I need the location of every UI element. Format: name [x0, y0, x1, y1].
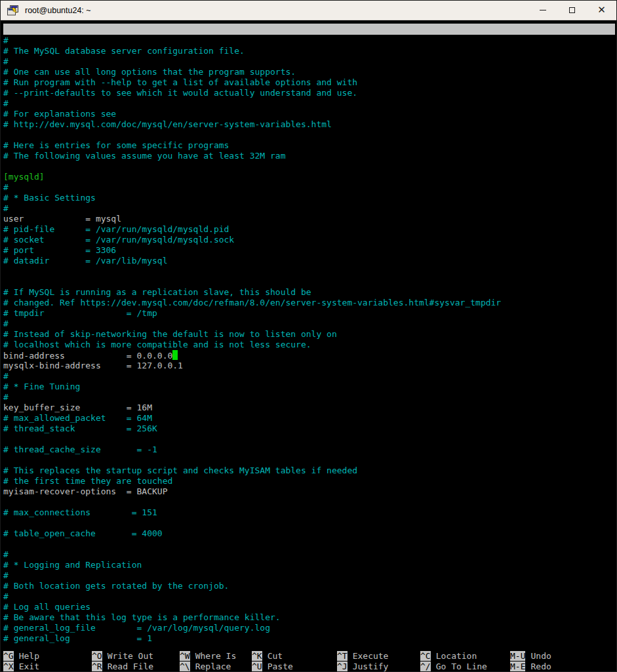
editor-line: myisam-recover-options = BACKUP — [3, 486, 617, 497]
shortcut-key: ^W — [180, 651, 190, 661]
nano-shortcut-read-file: ^RRead File — [92, 662, 153, 672]
putty-icon — [7, 5, 19, 16]
nano-shortcut-cut: ^KCut — [252, 651, 283, 662]
editor-line: bind-address = 0.0.0.0 — [3, 350, 617, 361]
shortcut-label: Go To Line — [436, 662, 487, 671]
editor-line: user = mysql — [3, 214, 617, 224]
shortcut-key: ^\ — [180, 662, 190, 671]
shortcut-key: ^U — [252, 662, 262, 671]
shortcut-label: Help — [19, 651, 39, 661]
editor-line: # max_allowed_packet = 64M — [3, 413, 617, 424]
editor-line: # — [3, 98, 617, 109]
shortcut-label: Write Out — [108, 651, 153, 661]
shortcut-key: ^X — [3, 662, 14, 671]
nano-shortcut-help: ^GHelp — [3, 651, 39, 662]
editor-line: # Here is entries for some specific prog… — [3, 140, 617, 151]
editor-line — [3, 277, 617, 287]
shortcut-key: ^G — [3, 651, 14, 661]
editor-line: # --print-defaults to see which it would… — [3, 88, 617, 98]
editor-line: # — [3, 591, 617, 602]
close-icon: ✕ — [597, 5, 606, 15]
editor-line — [3, 434, 617, 445]
shortcut-key: ^C — [420, 651, 431, 661]
editor-line: # Run program with --help to get a list … — [3, 77, 617, 88]
editor-line: # * Logging and Replication — [3, 560, 617, 570]
editor-line: [mysqld] — [3, 172, 617, 182]
editor-line: # The following values assume you have a… — [3, 151, 617, 161]
editor-line — [3, 539, 617, 549]
editor-line: # table_open_cache = 4000 — [3, 528, 617, 539]
editor-line: # * Fine Tuning — [3, 382, 617, 392]
editor-line: # localhost which is more compatible and… — [3, 340, 617, 350]
editor-line: # — [3, 371, 617, 382]
editor-line: # — [3, 35, 617, 46]
editor-line: # — [3, 56, 617, 67]
shortcut-key: ^K — [252, 651, 262, 661]
shortcut-label: Redo — [530, 662, 551, 671]
editor-line: # Log all queries — [3, 602, 617, 612]
editor-line: # Both location gets rotated by the cron… — [3, 581, 617, 591]
shortcut-key: ^/ — [420, 662, 431, 671]
minimize-button[interactable] — [528, 1, 557, 20]
editor-line: # One can use all long options that the … — [3, 67, 617, 77]
shortcut-label: Undo — [530, 651, 551, 661]
editor-line: # Be aware that this log type is a perfo… — [3, 612, 617, 623]
shortcut-label: Read File — [108, 662, 153, 671]
editor-line — [3, 497, 617, 507]
editor-line: # — [3, 549, 617, 560]
nano-shortcut-bar: ^GHelp^OWrite Out^WWhere Is^KCut^TExecut… — [1, 650, 617, 672]
editor-line: # datadir = /var/lib/mysql — [3, 256, 617, 266]
editor-line: # — [3, 319, 617, 329]
shortcut-label: Where Is — [195, 651, 237, 661]
shortcut-key: M-U — [510, 651, 525, 661]
editor-line — [3, 266, 617, 277]
text-cursor — [172, 350, 178, 360]
editor-line: mysqlx-bind-address = 127.0.0.1 — [3, 361, 617, 371]
nano-shortcut-execute: ^TExecute — [337, 651, 388, 662]
shortcut-label: Paste — [268, 662, 293, 671]
nano-shortcut-write-out: ^OWrite Out — [92, 651, 153, 662]
editor-line: # * Basic Settings — [3, 193, 617, 203]
nano-shortcut-go-to-line: ^/Go To Line — [420, 662, 487, 672]
shortcut-label: Cut — [268, 651, 283, 661]
minimize-icon — [540, 10, 546, 10]
shortcut-label: Execute — [353, 651, 389, 661]
editor-line: # Instead of skip-networking the default… — [3, 329, 617, 340]
editor-line: # port = 3306 — [3, 245, 617, 256]
editor-line: # the first time they are touched — [3, 476, 617, 486]
editor-line: # For explanations see — [3, 109, 617, 119]
editor-line: # If MySQL is running as a replication s… — [3, 287, 617, 298]
editor-line: # — [3, 182, 617, 193]
putty-window: root@ubuntu24: ~ ✕ GNU nano 7.2 /etc/mys… — [0, 0, 617, 672]
nano-shortcut-where-is: ^WWhere Is — [180, 651, 236, 662]
nano-titlebar: GNU nano 7.2 /etc/mysql/mysql.conf.d/mys… — [3, 24, 615, 35]
editor-line — [3, 161, 617, 172]
editor-line: # — [3, 570, 617, 581]
shortcut-key: ^O — [92, 651, 102, 661]
editor-line: # thread_cache_size = -1 — [3, 445, 617, 455]
editor-line: # max_connections = 151 — [3, 507, 617, 518]
shortcut-key: ^R — [92, 662, 102, 671]
maximize-button[interactable] — [557, 1, 587, 20]
nano-shortcut-location: ^CLocation — [420, 651, 477, 662]
editor-line: # The MySQL database server configuratio… — [3, 46, 617, 56]
shortcut-label: Location — [436, 651, 477, 661]
maximize-icon — [569, 7, 575, 13]
nano-shortcut-replace: ^\Replace — [180, 662, 231, 672]
editor-line: # general_log_file = /var/log/mysql/quer… — [3, 623, 617, 633]
editor-line: # changed. Ref https://dev.mysql.com/doc… — [3, 298, 617, 308]
nano-shortcut-redo: M-ERedo — [510, 662, 551, 672]
close-button[interactable]: ✕ — [587, 1, 616, 20]
nano-shortcut-exit: ^XExit — [3, 662, 39, 672]
editor-line: # pid-file = /var/run/mysqld/mysqld.pid — [3, 224, 617, 235]
window-titlebar[interactable]: root@ubuntu24: ~ ✕ — [1, 1, 616, 20]
editor-line — [3, 130, 617, 140]
editor-line: # — [3, 203, 617, 214]
shortcut-label: Justify — [353, 662, 389, 671]
terminal-screen[interactable]: GNU nano 7.2 /etc/mysql/mysql.conf.d/mys… — [1, 20, 617, 672]
editor-line: # tmpdir = /tmp — [3, 308, 617, 319]
shortcut-key: ^J — [337, 662, 348, 671]
shortcut-label: Exit — [19, 662, 39, 671]
editor-line: # This replaces the startup script and c… — [3, 465, 617, 476]
editor-line: # http://dev.mysql.com/doc/mysql/en/serv… — [3, 119, 617, 130]
